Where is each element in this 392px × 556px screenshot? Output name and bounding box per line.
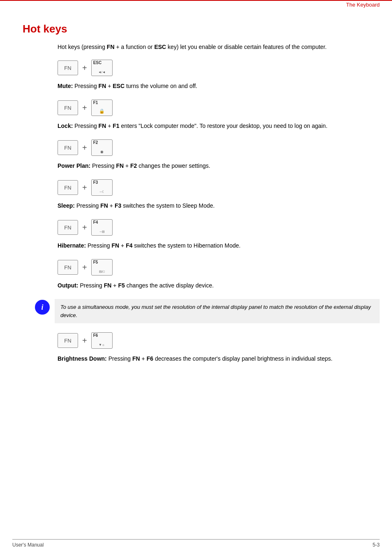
f6-icon: ▼☼ bbox=[99, 343, 105, 347]
fn-key-output: FN bbox=[58, 260, 78, 275]
hotkey-sleep: FN + F3 →☾ Sleep: Pressing FN + F3 switc… bbox=[23, 179, 380, 210]
key-combo-hibernate: FN + F4 →⊟ bbox=[58, 219, 380, 236]
page: The Keyboard Hot keys Hot keys (pressing… bbox=[0, 0, 392, 556]
top-rule bbox=[0, 0, 392, 1]
f5-icon: ⊟/□ bbox=[99, 270, 105, 273]
footer-manual-label: User's Manual bbox=[12, 542, 44, 548]
fn-key-lock: FN bbox=[58, 100, 78, 115]
plus-mute: + bbox=[82, 63, 87, 73]
esc-key: ESC ◄/◄ bbox=[91, 60, 113, 76]
fn-key-power-plan: FN bbox=[58, 140, 78, 155]
plus-brightness-down: + bbox=[82, 336, 87, 345]
power-plan-description: Power Plan: Pressing FN + F2 changes the… bbox=[58, 162, 366, 170]
page-footer: User's Manual 5-3 bbox=[12, 539, 380, 548]
hotkey-hibernate: FN + F4 →⊟ Hibernate: Pressing FN + F4 s… bbox=[23, 219, 380, 250]
info-letter: i bbox=[41, 303, 43, 312]
f2-key: F2 ◉ bbox=[91, 139, 113, 156]
mute-description: Mute: Pressing FN + ESC turns the volume… bbox=[58, 82, 366, 90]
plus-power-plan: + bbox=[82, 143, 87, 153]
f1-icon: 🔒 bbox=[99, 109, 105, 114]
key-combo-lock: FN + F1 🔒 bbox=[58, 100, 380, 116]
key-combo-power-plan: FN + F2 ◉ bbox=[58, 139, 380, 156]
info-box-output: i To use a simultaneous mode, you must s… bbox=[35, 299, 380, 323]
f1-key: F1 🔒 bbox=[91, 100, 113, 116]
key-combo-mute: FN + ESC ◄/◄ bbox=[58, 60, 380, 76]
brightness-down-description: Brightness Down: Pressing FN + F6 decrea… bbox=[58, 354, 366, 363]
fn-key-hibernate: FN bbox=[58, 220, 78, 235]
hotkey-brightness-down: FN + F6 ▼☼ Brightness Down: Pressing FN … bbox=[23, 332, 380, 363]
f6-key: F6 ▼☼ bbox=[91, 332, 113, 349]
fn-key-brightness-down: FN bbox=[58, 333, 78, 348]
f3-key: F3 →☾ bbox=[91, 179, 113, 196]
plus-output: + bbox=[82, 263, 87, 272]
esc-icon: ◄/◄ bbox=[98, 70, 106, 74]
output-description: Output: Pressing FN + F5 changes the act… bbox=[58, 281, 366, 290]
info-icon: i bbox=[35, 300, 50, 315]
f4-key: F4 →⊟ bbox=[91, 219, 113, 236]
chapter-header: The Keyboard bbox=[346, 2, 380, 8]
hotkey-output: FN + F5 ⊟/□ Output: Pressing FN + F5 cha… bbox=[23, 259, 380, 323]
f4-icon: →⊟ bbox=[99, 230, 105, 234]
plus-sleep: + bbox=[82, 183, 87, 192]
fn-key-mute: FN bbox=[58, 60, 78, 75]
info-text-output: To use a simultaneous mode, you must set… bbox=[55, 299, 380, 323]
f2-icon: ◉ bbox=[100, 150, 104, 154]
footer-page-number: 5-3 bbox=[373, 542, 380, 548]
key-combo-brightness-down: FN + F6 ▼☼ bbox=[58, 332, 380, 349]
hotkey-mute: FN + ESC ◄/◄ Mute: Pressing FN + ESC tur… bbox=[23, 60, 380, 90]
intro-paragraph: Hot keys (pressing FN + a function or ES… bbox=[58, 43, 366, 51]
main-content: Hot keys Hot keys (pressing FN + a funct… bbox=[0, 0, 392, 397]
f3-icon: →☾ bbox=[99, 190, 105, 194]
plus-lock: + bbox=[82, 103, 87, 113]
hotkey-lock: FN + F1 🔒 Lock: Pressing FN + F1 enters … bbox=[23, 100, 380, 130]
lock-description: Lock: Pressing FN + F1 enters "Lock comp… bbox=[58, 122, 366, 130]
chapter-title: The Keyboard bbox=[346, 2, 380, 8]
key-combo-output: FN + F5 ⊟/□ bbox=[58, 259, 380, 276]
page-title: Hot keys bbox=[23, 23, 380, 35]
f5-key: F5 ⊟/□ bbox=[91, 259, 113, 276]
fn-key-sleep: FN bbox=[58, 180, 78, 195]
plus-hibernate: + bbox=[82, 223, 87, 232]
hotkey-power-plan: FN + F2 ◉ Power Plan: Pressing FN + F2 c… bbox=[23, 139, 380, 170]
key-combo-sleep: FN + F3 →☾ bbox=[58, 179, 380, 196]
sleep-description: Sleep: Pressing FN + F3 switches the sys… bbox=[58, 202, 366, 210]
hibernate-description: Hibernate: Pressing FN + F4 switches the… bbox=[58, 241, 366, 250]
